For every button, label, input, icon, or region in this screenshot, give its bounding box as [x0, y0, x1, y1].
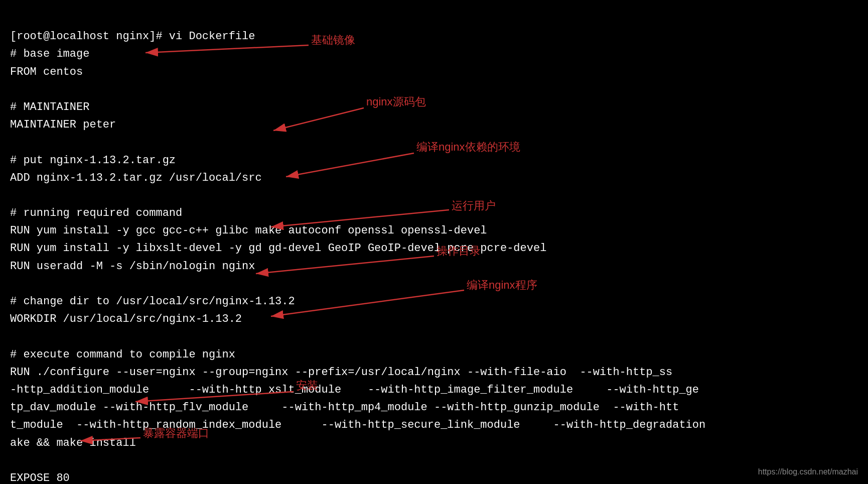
line-9: ADD nginx-1.13.2.tar.gz /usr/local/src [10, 172, 262, 184]
line-1: [root@localhost nginx]# vi Dockerfile [10, 30, 255, 43]
line-16: # change dir to /usr/local/src/nginx-1.1… [10, 295, 295, 308]
line-15 [10, 278, 17, 290]
line-21: -http_addition_module --with-http_xslt_m… [10, 384, 699, 396]
line-2: # base image [10, 48, 89, 60]
annotation-compile-deps: 编译nginx依赖的环境 [416, 140, 520, 155]
line-23: t_module --with-http_random_index_module… [10, 419, 705, 431]
line-20: RUN ./configure --user=nginx --group=ngi… [10, 366, 672, 379]
annotation-run-user: 运行用户 [452, 198, 496, 213]
line-17: WORKDIR /usr/local/src/nginx-1.13.2 [10, 313, 242, 325]
annotation-install: 安装 [296, 378, 318, 393]
code-content: [root@localhost nginx]# vi Dockerfile # … [10, 10, 858, 484]
line-3: FROM centos [10, 66, 83, 78]
line-4 [10, 83, 17, 96]
annotation-compile-nginx: 编译nginx程序 [467, 278, 537, 293]
line-11: # running required command [10, 207, 182, 219]
line-19: # execute command to compile nginx [10, 348, 235, 361]
line-22: tp_dav_module --with-http_flv_module --w… [10, 401, 679, 414]
annotation-expose-port: 暴露容器端口 [143, 426, 209, 441]
line-5: # MAINTAINER [10, 101, 89, 113]
url-label: https://blog.csdn.net/mazhai [758, 467, 858, 476]
annotation-nginx-package: nginx源码包 [366, 94, 426, 109]
line-7 [10, 136, 17, 149]
terminal: [root@localhost nginx]# vi Dockerfile # … [0, 0, 868, 484]
annotation-base-image: 基础镜像 [311, 33, 355, 48]
line-10 [10, 189, 17, 202]
line-18 [10, 330, 17, 343]
line-14: RUN useradd -M -s /sbin/nologin nginx [10, 260, 255, 273]
line-25 [10, 454, 17, 467]
line-26: EXPOSE 80 [10, 472, 70, 484]
annotation-work-dir: 操作目录 [437, 244, 481, 259]
line-12: RUN yum install -y gcc gcc-c++ glibc mak… [10, 224, 487, 237]
line-6: MAINTAINER peter [10, 118, 116, 131]
line-24: ake && make install [10, 437, 136, 449]
line-8: # put nginx-1.13.2.tar.gz [10, 154, 176, 167]
